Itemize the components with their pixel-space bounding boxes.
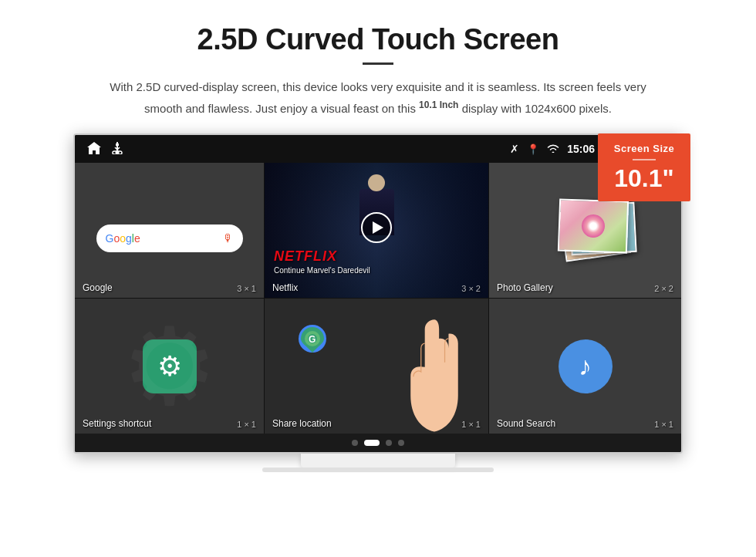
nav-dot-3[interactable] bbox=[386, 440, 392, 446]
description-spec: 10.1 Inch bbox=[419, 102, 462, 115]
gallery-tile-label: Photo Gallery bbox=[497, 282, 553, 293]
screen-content: Google 🎙 Google 3 × 1 bbox=[75, 163, 681, 452]
app-tile-google[interactable]: Google 🎙 Google 3 × 1 bbox=[75, 163, 264, 298]
device-stand-base bbox=[262, 468, 494, 472]
google-mic-icon[interactable]: 🎙 bbox=[223, 232, 234, 245]
nav-dots bbox=[75, 434, 681, 452]
netflix-play-button[interactable] bbox=[361, 212, 392, 243]
nav-dot-2[interactable] bbox=[364, 440, 380, 446]
settings-icon-wrap: ⚙ bbox=[143, 339, 197, 393]
netflix-text-overlay: NETFLIX Continue Marvel's Daredevil bbox=[274, 248, 370, 275]
status-bar-left bbox=[87, 142, 123, 157]
google-tile-label: Google bbox=[83, 282, 113, 293]
hand-svg bbox=[396, 310, 473, 434]
screen-size-badge: Screen Size 10.1" bbox=[598, 133, 690, 201]
settings-tile-label: Settings shortcut bbox=[83, 418, 151, 429]
hand-pointing bbox=[396, 310, 473, 434]
google-tile-size: 3 × 1 bbox=[237, 284, 256, 293]
status-bar: ✗ 📍 15:06 bbox=[75, 135, 681, 163]
app-tile-sound[interactable]: ♪ Sound Search 1 × 1 bbox=[489, 299, 681, 434]
nav-dot-4[interactable] bbox=[398, 440, 404, 446]
netflix-logo-text: NETFLIX bbox=[274, 248, 370, 265]
status-time: 15:06 bbox=[567, 143, 595, 155]
sound-tile-label: Sound Search bbox=[497, 418, 555, 429]
netflix-head bbox=[368, 174, 385, 191]
wifi-icon bbox=[547, 143, 559, 155]
share-tile-size: 1 × 1 bbox=[461, 420, 481, 429]
netflix-subtitle: Continue Marvel's Daredevil bbox=[274, 266, 370, 275]
page-title: 2.5D Curved Touch Screen bbox=[197, 23, 559, 56]
device-area: Screen Size 10.1" bbox=[73, 133, 683, 472]
home-icon[interactable] bbox=[87, 142, 101, 157]
nav-dot-1[interactable] bbox=[352, 440, 358, 446]
app-tile-settings[interactable]: ⚙ Settings shortcut 1 × 1 bbox=[75, 299, 264, 434]
google-search-bar[interactable]: Google 🎙 bbox=[96, 224, 243, 252]
description: With 2.5D curved-display screen, this de… bbox=[100, 77, 656, 118]
app-row-top: Google 🎙 Google 3 × 1 bbox=[75, 163, 681, 298]
app-tile-netflix[interactable]: NETFLIX Continue Marvel's Daredevil Netf… bbox=[265, 163, 488, 298]
netflix-bg: NETFLIX Continue Marvel's Daredevil bbox=[265, 163, 488, 298]
netflix-tile-label: Netflix bbox=[272, 282, 298, 293]
settings-gear-icon: ⚙ bbox=[157, 350, 182, 383]
play-triangle-icon bbox=[373, 221, 383, 234]
gallery-stack bbox=[547, 192, 624, 269]
music-note-icon: ♪ bbox=[579, 351, 592, 381]
bluetooth-icon: ✗ bbox=[510, 143, 519, 155]
device-screen: ✗ 📍 15:06 bbox=[73, 133, 683, 454]
title-divider bbox=[363, 62, 393, 65]
gallery-img-3 bbox=[557, 198, 628, 253]
page-wrapper: 2.5D Curved Touch Screen With 2.5D curve… bbox=[0, 0, 756, 488]
google-maps-icon: G bbox=[292, 322, 334, 364]
location-icon: 📍 bbox=[527, 143, 539, 155]
app-tile-share[interactable]: G Shar bbox=[265, 299, 488, 434]
badge-divider bbox=[633, 159, 656, 160]
settings-tile-size: 1 × 1 bbox=[237, 420, 256, 429]
badge-size: 10.1" bbox=[606, 165, 683, 192]
share-tile-label: Share location bbox=[272, 418, 332, 429]
sound-tile-size: 1 × 1 bbox=[654, 420, 673, 429]
maps-icon-wrap: G bbox=[292, 322, 334, 367]
svg-text:G: G bbox=[309, 334, 316, 345]
badge-label: Screen Size bbox=[606, 143, 683, 154]
netflix-tile-size: 3 × 2 bbox=[461, 284, 481, 293]
app-row-bottom: ⚙ Settings shortcut 1 × 1 bbox=[75, 299, 681, 434]
svg-point-0 bbox=[116, 150, 120, 154]
sound-icon-wrap: ♪ bbox=[559, 339, 613, 393]
gallery-tile-size: 2 × 2 bbox=[654, 284, 673, 293]
google-logo: Google bbox=[106, 232, 140, 245]
description-suffix: display with 1024x600 pixels. bbox=[462, 102, 612, 115]
device-stand bbox=[301, 454, 455, 468]
usb-icon bbox=[112, 142, 123, 157]
